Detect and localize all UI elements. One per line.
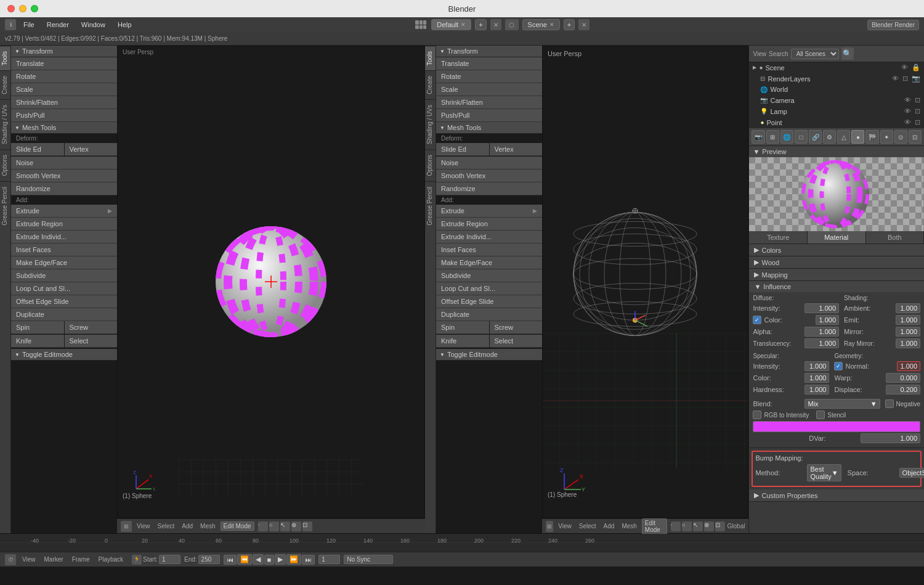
select-button[interactable]: Select — [65, 335, 118, 348]
menu-help[interactable]: Help — [113, 20, 137, 30]
rl-restrict-icon[interactable]: ⊡ — [902, 75, 908, 83]
color-bar[interactable] — [753, 421, 920, 432]
emit-val[interactable]: 1.000 — [896, 315, 920, 325]
blend-dropdown[interactable]: Mix ▼ — [804, 399, 880, 409]
r-offset-edge-btn[interactable]: Offset Edge Slide — [436, 295, 542, 308]
scene-lock-icon[interactable]: 🔒 — [912, 63, 920, 72]
r-smooth-vertex-btn[interactable]: Smooth Vertex — [436, 170, 542, 182]
left-vt-select[interactable]: Select — [155, 522, 177, 530]
transform-section-header[interactable]: ▼ Transform — [11, 46, 117, 57]
tab-scene-close[interactable]: ✕ — [549, 22, 554, 28]
main-vt-circle[interactable]: ○ — [682, 522, 692, 531]
current-frame-input[interactable]: 1 — [318, 555, 340, 564]
main-vt-view[interactable]: View — [556, 522, 574, 530]
knife-button[interactable]: Knife — [11, 335, 64, 348]
r-slide-edge-btn[interactable]: Slide Ed — [436, 143, 489, 156]
r-extrude-btn[interactable]: Extrude ▶ — [436, 205, 542, 218]
main-vt-cursor[interactable]: ↖ — [693, 522, 703, 531]
r-push-pull-btn[interactable]: Push/Pull — [436, 109, 542, 122]
r-rotate-btn[interactable]: Rotate — [436, 70, 542, 83]
props-object-icon[interactable]: □ — [795, 130, 808, 144]
point-restrict-icon[interactable]: ⊡ — [915, 118, 920, 126]
r-translate-btn[interactable]: Translate — [436, 57, 542, 70]
r-inset-faces-btn[interactable]: Inset Faces — [436, 243, 542, 256]
screen-close-icon[interactable]: ✕ — [490, 19, 501, 30]
vertex-button[interactable]: Vertex — [65, 143, 118, 156]
props-render-icon[interactable]: 📷 — [752, 130, 764, 144]
push-pull-button[interactable]: Push/Pull — [11, 109, 117, 122]
main-vt-select[interactable]: Select — [577, 522, 599, 530]
tab-add-button[interactable]: + — [475, 19, 486, 30]
r-select-btn[interactable]: Select — [490, 335, 543, 348]
window-controls[interactable] — [7, 5, 38, 12]
all-scenes-select[interactable]: All Scenes — [791, 49, 839, 59]
r-randomize-btn[interactable]: Randomize — [436, 182, 542, 195]
rgb-checkbox[interactable] — [753, 411, 761, 419]
color-checkbox[interactable] — [753, 316, 761, 324]
r-spin-btn[interactable]: Spin — [436, 321, 489, 334]
rl-camera-icon[interactable]: 📷 — [912, 75, 920, 83]
tab-texture[interactable]: Texture — [749, 231, 808, 243]
props-render2-icon[interactable]: ⊡ — [909, 130, 922, 144]
normal-checkbox[interactable] — [834, 362, 843, 370]
main-vt-transform[interactable]: ⊡ — [715, 522, 725, 531]
tab-material[interactable]: Material — [808, 231, 866, 243]
props-modifier-icon[interactable]: ⚙ — [823, 130, 836, 144]
negative-checkbox[interactable] — [885, 399, 894, 408]
props-world-icon[interactable]: 🌐 — [780, 130, 793, 144]
jump-start-btn[interactable]: ⏮ — [224, 555, 237, 565]
rside-tab-tools[interactable]: Tools — [425, 46, 436, 70]
subdivide-button[interactable]: Subdivide — [11, 269, 117, 282]
rside-tab-create[interactable]: Create — [425, 70, 436, 99]
hardness-val[interactable]: 1.000 — [804, 385, 829, 395]
timeline-ruler[interactable]: -40 -20 0 20 40 60 80 100 120 140 160 18… — [0, 534, 924, 552]
vt-magnet-icon[interactable]: ⊕ — [291, 522, 301, 531]
extrude-individ-button[interactable]: Extrude Individ... — [11, 231, 117, 243]
scene-close-btn[interactable]: ✕ — [578, 19, 590, 30]
left-vt-view[interactable]: View — [134, 522, 153, 530]
side-tab-shading[interactable]: Shading / UVs — [0, 99, 10, 149]
r-noise-btn[interactable]: Noise — [436, 157, 542, 170]
alpha-val[interactable]: 1.000 — [804, 327, 839, 337]
translate-button[interactable]: Translate — [11, 57, 117, 70]
playback-btn[interactable]: Playback — [96, 555, 126, 563]
outliner-scene[interactable]: ▶ ● Scene 👁 🔒 — [749, 62, 924, 73]
dvar-val[interactable]: 1.000 — [861, 433, 920, 443]
noise-button[interactable]: Noise — [11, 157, 117, 170]
side-tab-create[interactable]: Create — [0, 70, 10, 99]
custom-props-header[interactable]: ▶ Custom Properties — [749, 489, 924, 501]
r-extrude-region-btn[interactable]: Extrude Region — [436, 218, 542, 231]
main-vt-mesh[interactable]: Mesh — [619, 522, 639, 530]
rside-tab-grease[interactable]: Grease Pencil — [425, 181, 436, 231]
r-duplicate-btn[interactable]: Duplicate — [436, 308, 542, 321]
frame-btn[interactable]: Frame — [70, 555, 92, 563]
warp-val[interactable]: 0.000 — [886, 373, 920, 383]
props-particle-icon[interactable]: ✦ — [880, 130, 893, 144]
slide-edge-button[interactable]: Slide Ed — [11, 143, 64, 156]
sync-select[interactable]: No Sync — [344, 555, 393, 564]
rotate-button[interactable]: Rotate — [11, 70, 117, 83]
main-vt-magnet[interactable]: ⊕ — [704, 522, 714, 531]
r-knife-btn[interactable]: Knife — [436, 335, 489, 348]
side-tab-grease[interactable]: Grease Pencil — [0, 181, 10, 231]
mirror-val[interactable]: 1.000 — [896, 327, 920, 337]
scale-button[interactable]: Scale — [11, 83, 117, 96]
spec-int-val[interactable]: 1.000 — [804, 361, 829, 371]
vt-cursor-icon[interactable]: ↖ — [280, 522, 290, 531]
wood-header[interactable]: ▶ Wood — [749, 256, 924, 268]
displace-val[interactable]: 0.200 — [886, 385, 920, 395]
jump-end-btn[interactable]: ⏭ — [302, 555, 315, 565]
r-screw-btn[interactable]: Screw — [490, 321, 543, 334]
main-mode-select[interactable]: Edit Mode — [642, 518, 667, 534]
spec-color-val[interactable]: 1.000 — [804, 373, 829, 383]
r-toggle-editmode-header[interactable]: ▼ Toggle Editmode — [436, 349, 542, 361]
r-loop-cut-btn[interactable]: Loop Cut and Sl... — [436, 282, 542, 295]
make-edge-button[interactable]: Make Edge/Face — [11, 256, 117, 269]
lamp-restrict-icon[interactable]: ⊡ — [915, 107, 920, 115]
tab-default[interactable]: Default ✕ — [431, 19, 471, 30]
normal-val[interactable]: 1.000 — [897, 361, 920, 371]
screw-button[interactable]: Screw — [65, 321, 118, 334]
ray-mirror-val[interactable]: 1.000 — [896, 338, 920, 348]
bump-space-dropdown[interactable]: ObjectSpace ▼ — [899, 468, 924, 478]
tab-scene-add[interactable]: + — [564, 19, 575, 30]
